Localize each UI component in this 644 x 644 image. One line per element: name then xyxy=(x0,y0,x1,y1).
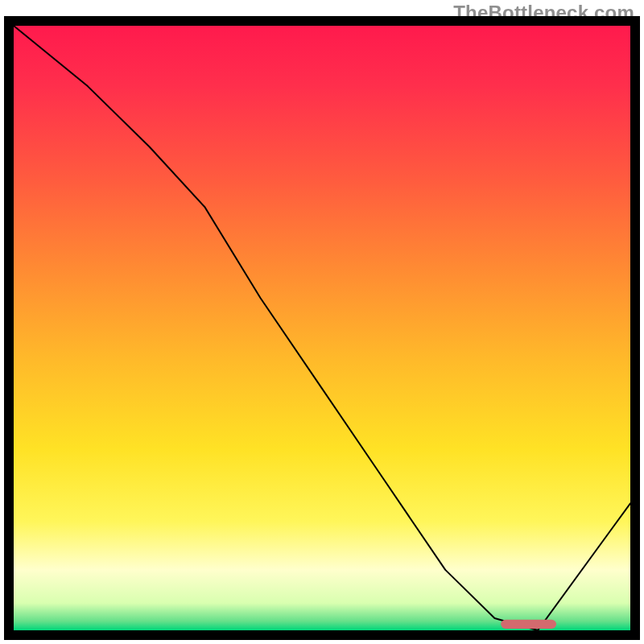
highlight-marker xyxy=(501,620,556,629)
plot-background xyxy=(14,26,630,630)
chart-frame: TheBottleneck.com xyxy=(0,0,644,644)
plot-svg xyxy=(0,0,644,644)
